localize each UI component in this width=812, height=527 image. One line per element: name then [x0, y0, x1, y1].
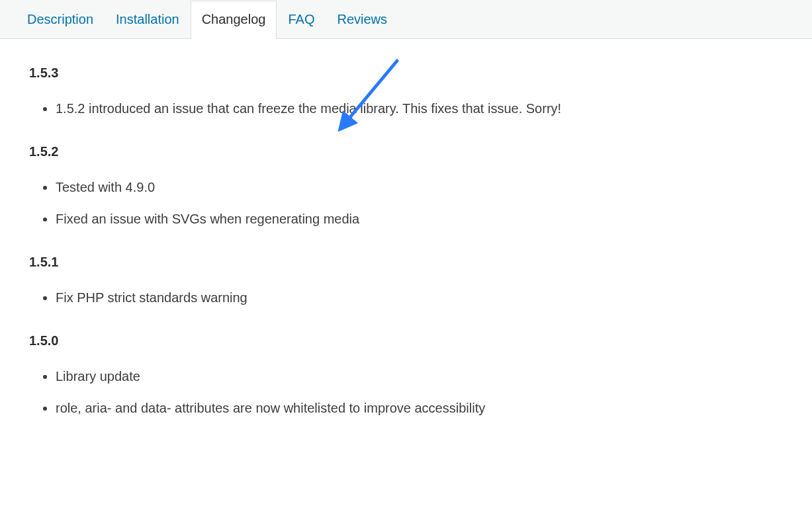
tabs-bar: Description Installation Changelog FAQ R…	[0, 0, 812, 39]
version-heading: 1.5.3	[29, 65, 783, 81]
version-heading: 1.5.1	[29, 255, 783, 270]
version-heading: 1.5.0	[29, 333, 783, 348]
changelog-item: Library update	[56, 367, 783, 385]
changelog-item: 1.5.2 introduced an issue that can freez…	[56, 99, 783, 118]
tab-changelog[interactable]: Changelog	[191, 1, 277, 39]
tab-description[interactable]: Description	[16, 1, 105, 39]
changelog-item: Fixed an issue with SVGs when regenerati…	[56, 210, 783, 228]
changelog-version-block: 1.5.0 Library update role, aria- and dat…	[29, 333, 783, 417]
tab-reviews[interactable]: Reviews	[326, 1, 398, 39]
changelog-version-block: 1.5.1 Fix PHP strict standards warning	[29, 255, 783, 307]
changelog-version-block: 1.5.3 1.5.2 introduced an issue that can…	[29, 65, 783, 118]
changelog-content: 1.5.3 1.5.2 introduced an issue that can…	[0, 39, 812, 417]
changelog-version-block: 1.5.2 Tested with 4.9.0 Fixed an issue w…	[29, 144, 783, 228]
tab-faq[interactable]: FAQ	[277, 1, 326, 39]
changelog-item: Tested with 4.9.0	[56, 178, 783, 196]
version-heading: 1.5.2	[29, 144, 783, 159]
changelog-item: Fix PHP strict standards warning	[56, 288, 783, 307]
changelog-item: role, aria- and data- attributes are now…	[56, 399, 783, 417]
tab-installation[interactable]: Installation	[105, 1, 191, 39]
